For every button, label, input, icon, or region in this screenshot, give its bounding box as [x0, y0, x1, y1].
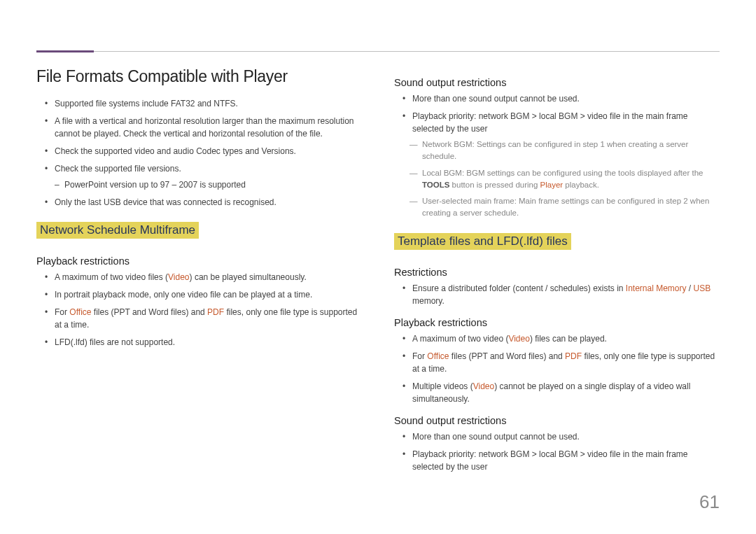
sub-list: PowerPoint version up to 97 – 2007 is su…: [55, 178, 362, 191]
text: Playback priority: network BGM > local B…: [412, 111, 688, 134]
text: For: [55, 307, 69, 317]
list-item: Supported file systems include FAT32 and…: [55, 97, 362, 110]
list-item: Ensure a distributed folder (content / s…: [412, 282, 720, 307]
highlight-player: Player: [540, 181, 564, 189]
highlight-internal-memory: Internal Memory: [626, 283, 687, 293]
text: memory.: [412, 296, 444, 306]
list-item: Network BGM: Settings can be configured …: [422, 139, 720, 163]
text: /: [687, 283, 694, 293]
highlight-usb: USB: [694, 283, 711, 293]
text: files (PPT and Word files) and: [449, 351, 565, 361]
page-title: File Formats Compatible with Player: [36, 67, 362, 86]
list-item: LFD(.lfd) files are not supported.: [55, 336, 362, 349]
subheading-restrictions: Restrictions: [394, 267, 720, 278]
list-item: Local BGM: BGM settings can be configure…: [422, 167, 720, 192]
text: A maximum of two video files (: [55, 272, 168, 282]
list-item: Only the last USB device that was connec…: [55, 196, 362, 209]
text: Ensure a distributed folder (content / s…: [412, 283, 626, 293]
text: Local BGM: BGM settings can be configure…: [422, 169, 703, 177]
list-item: Check the supported video and audio Code…: [55, 145, 362, 157]
sound-list-2: More than one sound output cannot be use…: [394, 430, 720, 473]
subheading-playback2: Playback restrictions: [394, 317, 720, 328]
list-item: A maximum of two video (Video) files can…: [412, 332, 720, 345]
text: Multiple videos (: [412, 381, 473, 391]
list-item: User-selected main frame: Main frame set…: [422, 195, 720, 220]
list-item: Playback priority: network BGM > local B…: [412, 448, 720, 473]
list-item: Check the supported file versions. Power…: [55, 162, 362, 191]
text: playback.: [563, 181, 599, 189]
list-item: A maximum of two video files (Video) can…: [55, 271, 362, 283]
text: For: [412, 351, 427, 361]
highlight-video: Video: [473, 381, 494, 391]
note-list: Network BGM: Settings can be configured …: [412, 139, 720, 220]
accent-bar: [36, 50, 94, 52]
text: button is pressed during: [449, 181, 540, 189]
sound-list: More than one sound output cannot be use…: [394, 92, 720, 220]
section-heading-template: Template files and LFD(.lfd) files: [394, 233, 571, 250]
list-item: For Office files (PPT and Word files) an…: [412, 350, 720, 375]
right-column: Sound output restrictions More than one …: [394, 67, 720, 478]
section-heading-network: Network Schedule Multiframe: [36, 222, 199, 239]
subheading-sound2: Sound output restrictions: [394, 415, 720, 426]
list-item: PowerPoint version up to 97 – 2007 is su…: [64, 178, 362, 191]
list-item: A file with a vertical and horizontal re…: [55, 115, 362, 140]
list-item: Multiple videos (Video) cannot be played…: [412, 380, 720, 405]
list-item: More than one sound output cannot be use…: [412, 430, 720, 443]
tools-label: TOOLS: [422, 181, 449, 189]
page-number: 61: [699, 491, 720, 513]
header-rule: [36, 51, 720, 52]
list-item: In portrait playback mode, only one vide…: [55, 288, 362, 301]
list-item: Playback priority: network BGM > local B…: [412, 110, 720, 220]
text: files (PPT and Word files) and: [91, 307, 207, 317]
playback-list-2: A maximum of two video (Video) files can…: [394, 332, 720, 405]
highlight-video: Video: [508, 334, 529, 344]
document-body: File Formats Compatible with Player Supp…: [36, 67, 720, 478]
text: ) can be played simultaneously.: [190, 272, 307, 282]
intro-list: Supported file systems include FAT32 and…: [36, 97, 362, 209]
subheading-sound: Sound output restrictions: [394, 77, 720, 88]
text: A maximum of two video (: [412, 334, 508, 344]
text: Check the supported file versions.: [55, 164, 181, 174]
playback-list: A maximum of two video files (Video) can…: [36, 271, 362, 349]
list-item: For Office files (PPT and Word files) an…: [55, 306, 362, 331]
highlight-video: Video: [168, 272, 189, 282]
text: ) files can be played.: [530, 334, 607, 344]
highlight-office: Office: [69, 307, 91, 317]
highlight-office: Office: [427, 351, 449, 361]
list-item: More than one sound output cannot be use…: [412, 92, 720, 105]
restrictions-list: Ensure a distributed folder (content / s…: [394, 282, 720, 307]
left-column: File Formats Compatible with Player Supp…: [36, 67, 362, 478]
subheading-playback: Playback restrictions: [36, 255, 362, 267]
highlight-pdf: PDF: [207, 307, 224, 317]
highlight-pdf: PDF: [565, 351, 582, 361]
